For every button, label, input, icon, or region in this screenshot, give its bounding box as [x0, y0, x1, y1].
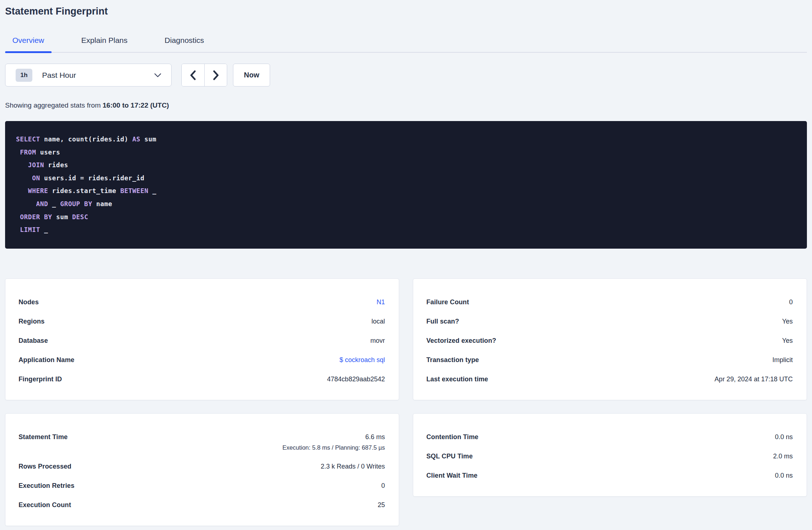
row-label: Execution Count: [19, 501, 71, 509]
summary-row: Vectorized execution?Yes: [426, 331, 793, 350]
row-label: Statement Time: [19, 433, 68, 441]
row-label: Database: [19, 337, 48, 345]
now-button[interactable]: Now: [233, 64, 270, 87]
stats-time-range: 16:00 to 17:22 (UTC): [102, 101, 169, 109]
summary-row: Contention Time0.0 ns: [426, 427, 793, 447]
summary-row: Transaction typeImplicit: [426, 350, 793, 370]
row-value-link[interactable]: N1: [377, 298, 385, 306]
summary-row: Regionslocal: [19, 312, 385, 331]
summary-row: Statement Time6.6 msExecution: 5.8 ms / …: [19, 427, 385, 457]
row-label: Application Name: [19, 356, 75, 364]
page-title: Statement Fingerprint: [5, 6, 807, 17]
chevron-left-icon: [190, 70, 196, 80]
time-controls: 1h Past Hour Now: [5, 64, 807, 87]
row-label: Contention Time: [426, 433, 478, 441]
row-label: Execution Retries: [19, 482, 75, 490]
time-range-label: Past Hour: [42, 71, 154, 80]
sql-line: LIMIT _: [16, 224, 796, 237]
sql-line: ON users.id = rides.rider_id: [16, 172, 796, 185]
row-value: 0.0 ns: [775, 472, 793, 479]
time-interval-badge: 1h: [16, 69, 32, 82]
sql-line: SELECT name, count(rides.id) AS sum: [16, 133, 796, 146]
row-label: Transaction type: [426, 356, 479, 364]
stats-prefix: Showing aggregated stats from: [5, 101, 102, 109]
row-subvalue: Execution: 5.8 ms / Planning: 687.5 µs: [282, 444, 385, 451]
sql-statement-code: SELECT name, count(rides.id) AS sum FROM…: [16, 133, 796, 237]
sql-line: FROM users: [16, 146, 796, 159]
summary-row: Fingerprint ID4784cb829aab2542: [19, 370, 385, 389]
row-label: Nodes: [19, 298, 39, 306]
timing-card-left: Statement Time6.6 msExecution: 5.8 ms / …: [5, 413, 399, 526]
summary-row: Application Name$ cockroach sql: [19, 350, 385, 370]
row-label: Fingerprint ID: [19, 376, 62, 383]
summary-row: Rows Processed2.3 k Reads / 0 Writes: [19, 457, 385, 476]
chevron-right-icon: [213, 70, 219, 80]
next-interval-button[interactable]: [204, 64, 227, 86]
row-value: 2.3 k Reads / 0 Writes: [321, 463, 385, 470]
row-value: Apr 29, 2024 at 17:18 UTC: [715, 376, 793, 383]
row-value: Yes: [782, 318, 793, 325]
row-value: 4784cb829aab2542: [327, 376, 385, 383]
tab-overview[interactable]: Overview: [5, 36, 52, 52]
row-value: Yes: [782, 337, 793, 345]
aggregated-stats-line: Showing aggregated stats from 16:00 to 1…: [5, 101, 807, 109]
timing-card-right: Contention Time0.0 nsSQL CPU Time2.0 msC…: [413, 413, 807, 497]
row-label: Client Wait Time: [426, 472, 478, 479]
tab-diagnostics[interactable]: Diagnostics: [157, 36, 212, 52]
previous-interval-button[interactable]: [182, 64, 204, 86]
row-label: Failure Count: [426, 298, 469, 306]
summary-row: Execution Retries0: [19, 476, 385, 495]
summary-row: Last execution timeApr 29, 2024 at 17:18…: [426, 370, 793, 389]
row-label: Last execution time: [426, 376, 488, 383]
overview-card-right: Failure Count0Full scan?YesVectorized ex…: [413, 278, 807, 400]
sql-line: WHERE rides.start_time BETWEEN _: [16, 185, 796, 198]
tab-bar: OverviewExplain PlansDiagnostics: [5, 36, 807, 53]
summary-cards: NodesN1RegionslocalDatabasemovrApplicati…: [5, 278, 807, 526]
row-label: Full scan?: [426, 318, 459, 325]
statement-fingerprint-page: Statement Fingerprint OverviewExplain Pl…: [0, 6, 812, 526]
sql-line: AND _ GROUP BY name: [16, 198, 796, 211]
row-value: Implicit: [772, 356, 793, 364]
summary-row: NodesN1: [19, 293, 385, 312]
chevron-down-icon: [154, 73, 162, 78]
row-value: 2.0 ms: [773, 453, 793, 460]
summary-row: Failure Count0: [426, 293, 793, 312]
row-label: Vectorized execution?: [426, 337, 496, 345]
row-value: 6.6 ms: [365, 433, 385, 441]
row-value: 25: [378, 501, 385, 509]
row-value: 0: [789, 298, 793, 306]
overview-card-left: NodesN1RegionslocalDatabasemovrApplicati…: [5, 278, 399, 400]
summary-row: Client Wait Time0.0 ns: [426, 466, 793, 485]
time-range-dropdown[interactable]: 1h Past Hour: [5, 64, 172, 87]
time-step-button-group: [181, 64, 227, 87]
row-label: Rows Processed: [19, 463, 71, 470]
sql-line: JOIN rides: [16, 159, 796, 172]
summary-row: Full scan?Yes: [426, 312, 793, 331]
row-value: 0.0 ns: [775, 433, 793, 441]
summary-row: SQL CPU Time2.0 ms: [426, 447, 793, 466]
row-label: Regions: [19, 318, 45, 325]
summary-row: Databasemovr: [19, 331, 385, 350]
tab-explain-plans[interactable]: Explain Plans: [74, 36, 135, 52]
row-value-link[interactable]: $ cockroach sql: [339, 356, 385, 364]
row-value: local: [371, 318, 385, 325]
row-label: SQL CPU Time: [426, 453, 473, 460]
sql-line: ORDER BY sum DESC: [16, 211, 796, 224]
summary-row: Execution Count25: [19, 495, 385, 515]
row-value: 0: [381, 482, 385, 490]
row-value: movr: [370, 337, 385, 345]
sql-statement-box: SELECT name, count(rides.id) AS sum FROM…: [5, 121, 807, 249]
